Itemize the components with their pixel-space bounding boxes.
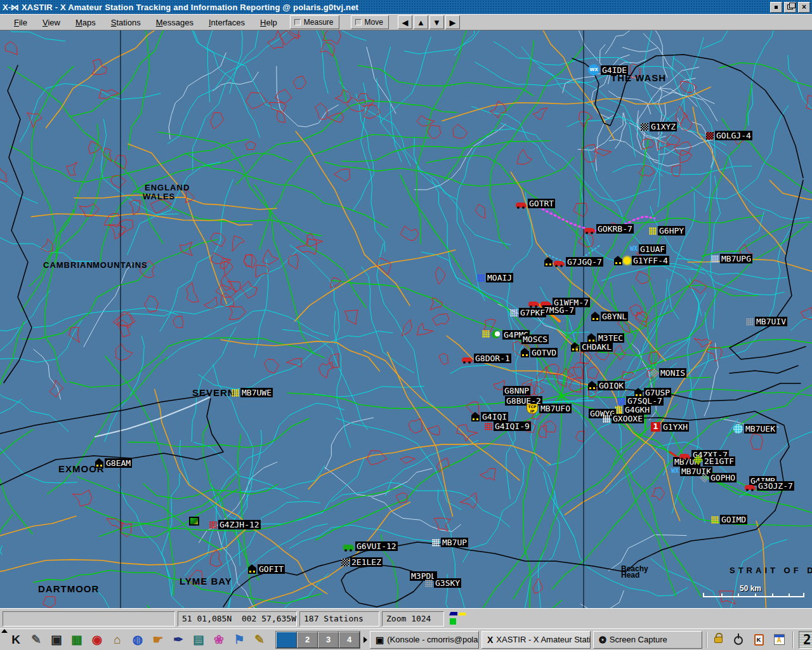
station-g4iqi[interactable]: G4IQI [471,412,508,421]
station-g8nnp[interactable]: G8NNP [503,386,530,395]
station-g4zjh-12[interactable]: G4ZJH-12 [209,520,261,529]
station-gokrb-7[interactable]: GOKRB-7 [584,224,634,234]
pan-up-button[interactable]: ▲ [414,15,428,29]
station-g3sky[interactable]: G3SKY [425,578,461,588]
kpaint-icon[interactable]: ❀ [209,631,228,649]
lock-tray-button[interactable] [709,631,728,649]
station-mb7ufo[interactable]: TCP IPMB7UFO [527,404,572,414]
home-icon[interactable]: ⌂ [108,631,127,649]
pager-desktop-3[interactable]: 3 [318,632,339,648]
station-mb7uwe[interactable]: MB7UWE [232,388,273,397]
kmail-icon[interactable]: ✒ [169,631,188,649]
power-tray-button[interactable] [729,631,748,649]
station-label: MB7UWE [240,388,273,397]
pan-right-button[interactable]: ▶ [445,15,460,29]
klipper-tray-button[interactable]: K [749,631,768,649]
station-moaij[interactable]: MOAIJ [477,273,513,282]
station-g6vui-12[interactable]: G6VUI-12 [343,541,398,551]
unlabeled-station[interactable] [189,517,199,526]
station-mb7uiv[interactable]: MB7UIV [746,317,787,326]
kde-menu-icon[interactable]: K [6,631,25,649]
station-g4iqi-9[interactable]: G4IQI-9 [485,421,531,431]
station-gofit[interactable]: GOFIT [248,564,285,574]
station-gxooxe[interactable]: GXOOXE [603,414,644,423]
minimize-button[interactable] [770,2,782,13]
panel-hide-arrow-up-icon[interactable] [1,629,8,633]
station-g1xyz[interactable]: G1XYZ [641,122,677,131]
menu-view[interactable]: View [41,17,62,29]
station-label: G1YFF-4 [632,256,669,265]
pan-down-button[interactable]: ▼ [429,15,444,29]
station-goimd[interactable]: GOIMD [711,515,747,524]
xastir-window-icon[interactable]: X⁠‑⁠⋈ [0,3,22,12]
station-g1uaf[interactable]: WXG1UAF [630,244,666,254]
desktop-icon[interactable]: ✎ [27,631,46,649]
unlabeled-station[interactable] [482,329,490,338]
kivio-icon[interactable]: ⚑ [230,631,249,649]
station-label: G1UAF [639,244,666,254]
station-g1yff-4[interactable]: G1YFF-4 [614,256,669,265]
station-gotrt[interactable]: GOTRT [516,199,555,208]
station-label: MB7UEK [744,424,776,434]
globe-icon [733,424,743,434]
kspread-icon[interactable]: ▤ [189,631,208,649]
measure-toggle[interactable]: Measure [290,15,339,29]
station-g3ojz-7[interactable]: G3OJZ-7 [745,481,794,491]
map-view[interactable]: THE WASHENGLANDWALESCAMBRIANMOUNTAINSSEV… [0,30,812,608]
kword-icon[interactable]: ✎ [250,631,269,649]
station-goiqk[interactable]: GOIQK [588,381,625,390]
station-mb7up[interactable]: MB7UP [432,538,468,547]
unlabeled-station[interactable]: ☾ [575,345,582,354]
move-toggle[interactable]: Move [351,15,389,29]
menu-help[interactable]: Help [259,17,278,29]
station-mb7uek[interactable]: MB7UEK [733,424,776,434]
station-golgj-4[interactable]: GOLGJ-4 [706,131,752,140]
task-button-screen-capture[interactable]: ❂Screen Capture [593,631,702,649]
help-icon[interactable]: ◉ [88,631,107,649]
pager-desktop-1[interactable] [276,632,297,648]
station-g7jgq-7[interactable]: G7JGQ-7 [544,257,603,267]
korganizer-tray-button[interactable]: A [769,631,789,649]
station-g7pkf[interactable]: G7PKF [510,308,546,317]
khelpcenter-icon[interactable]: ☛ [148,631,167,649]
station-g8ynl[interactable]: G8YNL [591,312,628,321]
kppp-icon[interactable]: ▦ [67,631,86,649]
menu-file[interactable]: File [13,17,29,29]
menu-messages[interactable]: Messages [155,17,195,29]
station-g4gkh[interactable]: G4GKH [615,405,651,415]
konsole-icon[interactable]: ▣ [47,631,66,649]
close-button[interactable]: × [798,2,810,13]
task-button-konsole[interactable]: ▣(Konsole - cmorris@polaris: [370,631,479,649]
menu-stations[interactable]: Stations [110,17,142,29]
station-g6hpy[interactable]: G6HPY [649,226,685,235]
window-title: XASTIR - X Amateur Station Tracking and … [22,3,770,12]
window-titlebar[interactable]: X⁠‑⁠⋈ XASTIR - X Amateur Station Trackin… [0,0,812,14]
station-g1yxh[interactable]: 1G1YXH [651,422,689,432]
station-2e1gtf[interactable]: 2E1GTF [695,456,735,466]
konqueror-icon[interactable]: ◍ [128,631,147,649]
station-monis[interactable]: MONIS [651,368,686,378]
menu-maps[interactable]: Maps [74,17,97,29]
sstv-icon [189,517,199,526]
kde-taskbar: K✎▣▦◉⌂◍☛✒▤❀⚑✎ 234 ▣(Konsole - cmorris@po… [0,628,812,650]
station-moscs[interactable]: MOSCS [521,335,549,344]
task-button-xastir[interactable]: XXASTIR - X Amateur Station [481,631,591,649]
menu-interfaces[interactable]: Interfaces [207,17,246,29]
station-g4ide[interactable]: WXG4IDE [588,65,628,76]
station-g8eam[interactable]: G8EAM [95,458,132,468]
taskbar-clock[interactable]: 20:50 [799,631,812,649]
station-mb7upg[interactable]: MB7UPG [711,254,752,263]
station-gopho[interactable]: GOPHO [701,473,737,482]
pager-desktop-4[interactable]: 4 [339,632,360,648]
station-g8dor-1[interactable]: G8DOR-1 [462,354,511,363]
station-label: GOIQK [598,381,625,390]
station-7msg-7[interactable]: 7MSG-7 [543,305,575,315]
station-2e1lez[interactable]: 2E1LEZ [341,557,383,567]
pager-desktop-2[interactable]: 2 [297,632,318,648]
maximize-icon [787,4,793,10]
maximize-button[interactable] [784,2,796,13]
station-g7sql-7[interactable]: G7SQL-7 [617,396,664,406]
pan-left-button[interactable]: ◀ [398,15,412,29]
station-gotvd[interactable]: GOTVD [521,348,558,357]
station-m3tec[interactable]: M3TEC [587,333,624,343]
